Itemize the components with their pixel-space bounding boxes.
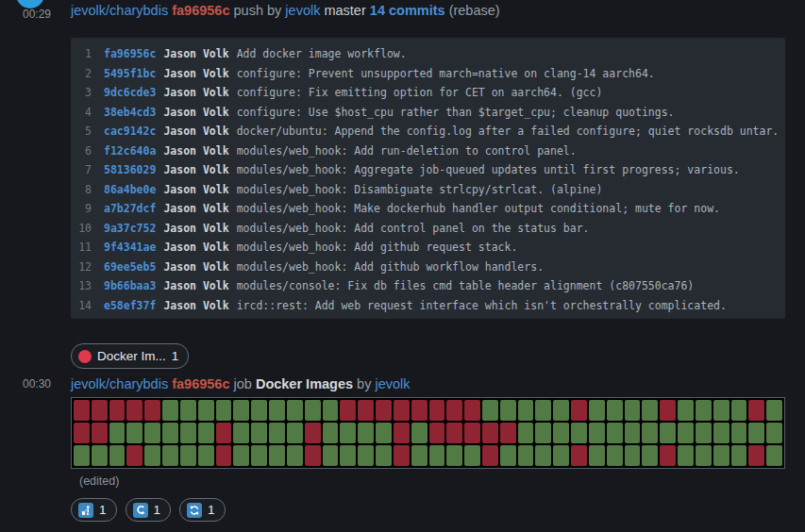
job-status-cell — [713, 400, 730, 421]
job-status-cell — [429, 445, 445, 466]
commit-hash: fa96956c — [172, 376, 229, 391]
job-status-cell — [394, 423, 410, 443]
commit-hash-link[interactable]: 69ee5eb5 — [104, 258, 156, 277]
user-link[interactable]: jevolk — [375, 376, 410, 391]
job-status-cell — [287, 445, 303, 466]
push-message-header: jevolk/charybdis fa96956c push by jevolk… — [71, 3, 500, 18]
reaction-curved-arrow[interactable]: 1 — [126, 498, 172, 522]
job-status-cell — [571, 423, 587, 443]
job-status-cell — [660, 423, 676, 443]
branch-name: master — [324, 3, 365, 18]
job-status-cell — [713, 423, 730, 443]
commit-hash-link[interactable]: 9b66baa3 — [104, 276, 156, 296]
commit-message: modules/web_hook: Add github request sta… — [237, 238, 518, 258]
line-number: 10 — [71, 219, 92, 239]
line-number: 11 — [71, 238, 92, 258]
job-status-cell — [233, 400, 249, 421]
job-status-cell — [180, 423, 196, 443]
job-status-cell — [74, 423, 90, 443]
job-status-cell — [642, 400, 658, 421]
commit-hash-link[interactable]: cac9142c — [104, 122, 156, 141]
job-status-cell — [642, 445, 658, 466]
job-status-cell — [642, 423, 658, 443]
commit-author: Jason Volk — [163, 219, 228, 239]
job-status-cell — [696, 400, 712, 421]
job-status-cell — [571, 445, 587, 466]
job-status-cell — [109, 423, 126, 443]
commit-message: modules/web_hook: Make dockerhub handler… — [237, 199, 720, 219]
job-grid-row — [74, 445, 782, 466]
reaction-docker-images[interactable]: Docker Im... 1 — [71, 343, 189, 369]
job-status-cell — [287, 400, 303, 421]
commit-hash-link[interactable]: f12c640a — [104, 141, 156, 161]
commit-author: Jason Volk — [163, 238, 228, 258]
job-status-cell — [376, 445, 392, 466]
commit-hash-link[interactable]: a7b27dcf — [104, 199, 156, 219]
line-number: 4 — [71, 103, 92, 123]
commit-hash-link[interactable]: 58136029 — [104, 160, 156, 180]
job-status-cell — [180, 445, 196, 466]
reaction-label: Docker Im... — [97, 349, 166, 363]
reaction-put-litter[interactable]: 1 — [71, 498, 117, 522]
job-status-cell — [251, 400, 267, 421]
commits-link[interactable]: 14 commits — [370, 3, 445, 18]
commit-author: Jason Volk — [163, 199, 228, 219]
commit-author: Jason Volk — [163, 44, 228, 64]
commit-hash-link[interactable]: 9a37c752 — [104, 219, 156, 239]
commit-author: Jason Volk — [163, 276, 228, 296]
job-status-cell — [233, 445, 249, 466]
commit-hash-link[interactable]: 5495f1bc — [104, 64, 156, 84]
job-status-cell — [269, 400, 285, 421]
job-status-cell — [535, 445, 551, 466]
commit-line: 39dc6cde3Jason Volkconfigure: Fix emitti… — [71, 83, 785, 103]
job-status-cell — [198, 423, 214, 443]
job-status-cell — [411, 400, 428, 421]
commit-message: docker/ubuntu: Append the config.log aft… — [237, 122, 780, 141]
job-status-cell — [109, 400, 126, 421]
commit-hash-link[interactable]: 9f4341ae — [104, 238, 156, 258]
job-status-cell — [144, 445, 160, 466]
commit-line: 758136029Jason Volkmodules/web_hook: Agg… — [71, 160, 785, 180]
commit-hash-link[interactable]: 9dc6cde3 — [104, 83, 156, 103]
job-status-cell — [92, 400, 108, 421]
job-status-cell — [553, 445, 569, 466]
commit-author: Jason Volk — [163, 64, 228, 84]
job-status-cell — [269, 423, 285, 443]
job-status-cell — [535, 400, 551, 421]
line-number: 5 — [71, 122, 92, 141]
commit-message: modules/console: Fix db files cmd table … — [237, 276, 695, 296]
repo-link[interactable]: jevolk/charybdis — [71, 376, 168, 391]
job-status-cell — [323, 400, 339, 421]
job-status-cell — [625, 423, 641, 443]
reaction-count: 1 — [154, 503, 161, 517]
line-number: 7 — [71, 160, 92, 180]
commit-hash-link[interactable]: 38eb4cd3 — [104, 103, 156, 123]
commit-author: Jason Volk — [163, 296, 228, 316]
timestamp: 00:29 — [15, 8, 59, 21]
commit-hash-link[interactable]: 86a4be0e — [104, 180, 156, 200]
commit-author: Jason Volk — [163, 160, 228, 180]
job-status-cell — [323, 445, 339, 466]
job-status-cell — [126, 400, 143, 421]
job-status-cell — [92, 423, 108, 443]
user-link[interactable]: jevolk — [285, 3, 320, 18]
job-status-cell — [216, 445, 232, 466]
repo-link[interactable]: jevolk/charybdis — [71, 3, 168, 18]
commit-author: Jason Volk — [163, 103, 228, 123]
reaction-count: 1 — [172, 349, 179, 363]
commit-message: ircd::rest: Add web request interface wh… — [237, 296, 727, 316]
commit-hash-link[interactable]: fa96956c — [104, 44, 156, 64]
reaction-counterclockwise-arrows[interactable]: 1 — [179, 498, 226, 522]
job-status-cell — [748, 423, 764, 443]
timestamp: 00:30 — [15, 377, 59, 391]
job-status-cell — [678, 445, 694, 466]
commit-hash-link[interactable]: e58ef37f — [104, 296, 156, 316]
job-status-cell — [482, 423, 498, 443]
job-status-cell — [180, 400, 196, 421]
job-status-cell — [358, 423, 374, 443]
job-status-cell — [233, 423, 249, 443]
job-status-cell — [251, 445, 267, 466]
job-status-cell — [287, 423, 303, 443]
job-status-cell — [305, 445, 321, 466]
job-status-cell — [518, 423, 534, 443]
